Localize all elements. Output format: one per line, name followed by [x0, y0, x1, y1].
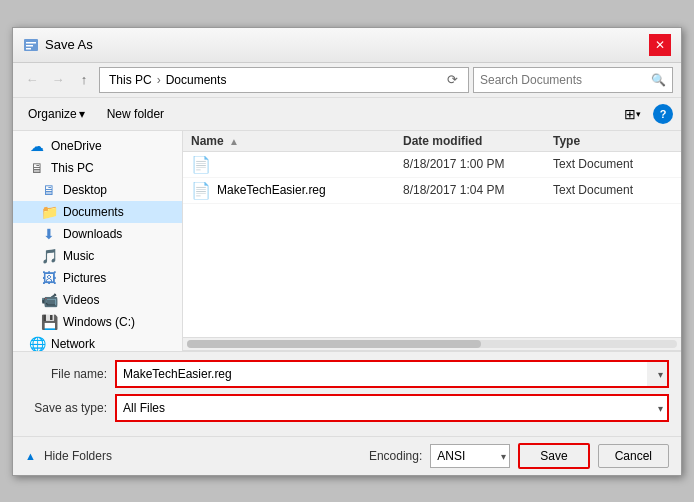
savetype-row: Save as type: All Files Text Documents (… [25, 394, 669, 422]
encoding-select[interactable]: ANSI UTF-8 Unicode [430, 444, 510, 468]
form-area: File name: ▾ Save as type: All Files Tex… [13, 351, 681, 436]
main-content: ☁ OneDrive 🖥 This PC 🖥 Desktop 📁 Documen… [13, 131, 681, 351]
search-box[interactable]: 🔍 [473, 67, 673, 93]
file-type: Text Document [553, 183, 673, 197]
sidebar-item-windowsc[interactable]: 💾 Windows (C:) [13, 311, 182, 333]
pictures-icon: 🖼 [41, 270, 57, 286]
filename-row: File name: ▾ [25, 360, 669, 388]
save-as-dialog: Save As ✕ ← → ↑ This PC › Documents ⟳ 🔍 … [12, 27, 682, 476]
back-button[interactable]: ← [21, 69, 43, 91]
sidebar-label-windowsc: Windows (C:) [63, 315, 135, 329]
file-list: 📄 8/18/2017 1:00 PM Text Document 📄 Make… [183, 152, 681, 337]
drive-icon: 💾 [41, 314, 57, 330]
sidebar-item-thispc[interactable]: 🖥 This PC [13, 157, 182, 179]
network-icon: 🌐 [29, 336, 45, 351]
filename-label: File name: [25, 367, 115, 381]
search-icon: 🔍 [651, 73, 666, 87]
up-button[interactable]: ↑ [73, 69, 95, 91]
address-bar[interactable]: This PC › Documents ⟳ [99, 67, 469, 93]
organize-chevron: ▾ [79, 107, 85, 121]
view-button[interactable]: ⊞ ▾ [619, 102, 645, 126]
svg-rect-3 [26, 48, 31, 50]
organize-label: Organize [28, 107, 77, 121]
file-date: 8/18/2017 1:00 PM [403, 157, 553, 171]
sidebar-item-music[interactable]: 🎵 Music [13, 245, 182, 267]
music-icon: 🎵 [41, 248, 57, 264]
dialog-icon [23, 37, 39, 53]
filename-input-wrapper: ▾ [115, 360, 669, 388]
hide-folders-label[interactable]: Hide Folders [44, 449, 112, 463]
svg-rect-2 [26, 45, 33, 47]
sidebar-label-pictures: Pictures [63, 271, 106, 285]
scrollbar-area [183, 337, 681, 351]
file-icon: 📄 [191, 155, 211, 174]
sidebar-label-documents: Documents [63, 205, 124, 219]
table-row[interactable]: 📄 8/18/2017 1:00 PM Text Document [183, 152, 681, 178]
search-input[interactable] [480, 73, 647, 87]
svg-rect-1 [26, 42, 36, 44]
file-area: Name ▲ Date modified Type 📄 8/18/201 [183, 131, 681, 351]
col-header-name[interactable]: Name ▲ [191, 134, 403, 148]
sidebar-item-desktop[interactable]: 🖥 Desktop [13, 179, 182, 201]
sidebar-item-onedrive[interactable]: ☁ OneDrive [13, 135, 182, 157]
title-bar-left: Save As [23, 37, 93, 53]
scrollbar-thumb [187, 340, 481, 348]
filename-input[interactable] [117, 362, 647, 386]
view-chevron: ▾ [636, 109, 641, 119]
encoding-label: Encoding: [369, 449, 422, 463]
title-bar: Save As ✕ [13, 28, 681, 63]
help-button[interactable]: ? [653, 104, 673, 124]
sidebar-label-thispc: This PC [51, 161, 94, 175]
desktop-icon: 🖥 [41, 182, 57, 198]
sidebar-item-documents[interactable]: 📁 Documents [13, 201, 182, 223]
sidebar-item-pictures[interactable]: 🖼 Pictures [13, 267, 182, 289]
sidebar-label-network: Network [51, 337, 95, 351]
filename-dropdown-arrow: ▾ [658, 368, 663, 379]
file-header: Name ▲ Date modified Type [183, 131, 681, 152]
path-sep: › [157, 73, 161, 87]
col-header-date[interactable]: Date modified [403, 134, 553, 148]
encoding-wrapper: ANSI UTF-8 Unicode ▾ [430, 444, 510, 468]
close-button[interactable]: ✕ [649, 34, 671, 56]
path-thispc[interactable]: This PC [106, 72, 155, 88]
col-header-type[interactable]: Type [553, 134, 673, 148]
sidebar-item-network[interactable]: 🌐 Network [13, 333, 182, 351]
sidebar-label-videos: Videos [63, 293, 99, 307]
sidebar-label-downloads: Downloads [63, 227, 122, 241]
view-icon: ⊞ [624, 106, 636, 122]
downloads-icon: ⬇ [41, 226, 57, 242]
file-name-cell: 📄 MakeTechEasier.reg [191, 181, 403, 200]
action-bar: Organize ▾ New folder ⊞ ▾ ? [13, 98, 681, 131]
file-type: Text Document [553, 157, 673, 171]
nav-toolbar: ← → ↑ This PC › Documents ⟳ 🔍 [13, 63, 681, 98]
file-date: 8/18/2017 1:04 PM [403, 183, 553, 197]
thispc-icon: 🖥 [29, 160, 45, 176]
sidebar-label-desktop: Desktop [63, 183, 107, 197]
documents-icon: 📁 [41, 204, 57, 220]
sidebar: ☁ OneDrive 🖥 This PC 🖥 Desktop 📁 Documen… [13, 131, 183, 351]
name-sort-arrow: ▲ [229, 136, 239, 147]
table-row[interactable]: 📄 MakeTechEasier.reg 8/18/2017 1:04 PM T… [183, 178, 681, 204]
forward-button[interactable]: → [47, 69, 69, 91]
file-name: MakeTechEasier.reg [217, 183, 326, 197]
horizontal-scrollbar[interactable] [187, 340, 677, 348]
organize-button[interactable]: Organize ▾ [21, 103, 92, 125]
file-name-cell: 📄 [191, 155, 403, 174]
sidebar-label-music: Music [63, 249, 94, 263]
savetype-label: Save as type: [25, 401, 115, 415]
sidebar-item-videos[interactable]: 📹 Videos [13, 289, 182, 311]
dialog-title: Save As [45, 37, 93, 52]
onedrive-icon: ☁ [29, 138, 45, 154]
savetype-select[interactable]: All Files Text Documents (*.txt) Registr… [117, 396, 667, 420]
save-button[interactable]: Save [518, 443, 589, 469]
refresh-button[interactable]: ⟳ [442, 70, 462, 90]
bottom-bar: ▲ Hide Folders Encoding: ANSI UTF-8 Unic… [13, 436, 681, 475]
sidebar-label-onedrive: OneDrive [51, 139, 102, 153]
new-folder-button[interactable]: New folder [100, 103, 171, 125]
file-icon: 📄 [191, 181, 211, 200]
cancel-button[interactable]: Cancel [598, 444, 669, 468]
savetype-input-wrapper: All Files Text Documents (*.txt) Registr… [115, 394, 669, 422]
videos-icon: 📹 [41, 292, 57, 308]
sidebar-item-downloads[interactable]: ⬇ Downloads [13, 223, 182, 245]
path-documents[interactable]: Documents [163, 72, 230, 88]
